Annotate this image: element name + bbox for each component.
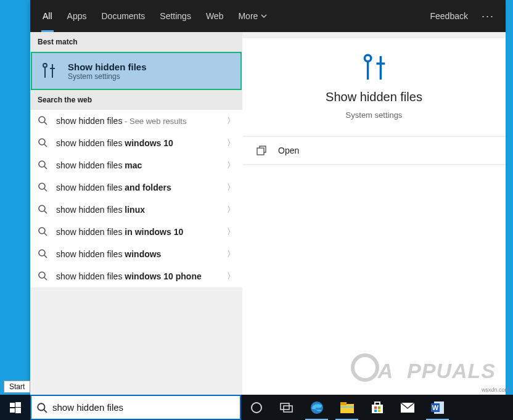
svg-point-33 [252, 403, 261, 413]
open-icon [256, 145, 267, 156]
search-input[interactable] [52, 402, 235, 413]
svg-rect-43 [378, 406, 380, 409]
svg-point-21 [364, 55, 371, 61]
overflow-menu-button[interactable]: ··· [475, 10, 501, 23]
attribution-text: wsxdn.com [482, 387, 509, 393]
svg-point-15 [39, 228, 45, 234]
tab-web[interactable]: Web [199, 0, 231, 32]
svg-rect-30 [15, 408, 21, 413]
web-result[interactable]: show hidden files mac 〉 [30, 154, 242, 176]
detail-subtitle: System settings [346, 110, 403, 120]
section-best-match: Best match [30, 32, 242, 52]
svg-point-19 [39, 272, 45, 278]
open-action[interactable]: Open [242, 137, 506, 164]
best-match-subtitle: System settings [68, 72, 147, 81]
svg-line-32 [44, 410, 47, 413]
results-left-column: Best match Show hidden files System sett… [30, 32, 242, 395]
svg-rect-34 [281, 403, 289, 410]
detail-title: Show hidden files [326, 90, 422, 104]
web-result[interactable]: show hidden files windows 〉 [30, 243, 242, 265]
svg-line-16 [44, 233, 47, 236]
taskbar-app-file-explorer[interactable] [332, 395, 362, 420]
chevron-right-icon: 〉 [227, 204, 235, 215]
svg-rect-35 [284, 406, 292, 412]
taskbar-app-store[interactable] [362, 395, 392, 420]
search-icon [38, 138, 49, 149]
svg-line-18 [44, 255, 47, 258]
taskbar-app-word[interactable]: W [422, 395, 453, 420]
search-icon [38, 182, 49, 193]
chevron-down-icon [261, 13, 267, 19]
feedback-link[interactable]: Feedback [423, 11, 475, 21]
svg-line-20 [44, 278, 47, 280]
taskbar-search-box[interactable] [30, 395, 241, 420]
cortana-icon [250, 401, 263, 414]
search-results-panel: All Apps Documents Settings Web More Fee… [30, 0, 506, 395]
tab-documents[interactable]: Documents [94, 0, 152, 32]
best-match-title: Show hidden files [68, 62, 147, 72]
svg-rect-39 [340, 406, 354, 408]
start-tooltip: Start [4, 381, 30, 393]
web-result[interactable]: show hidden files - See web results 〉 [30, 110, 242, 132]
tab-settings[interactable]: Settings [152, 0, 199, 32]
result-detail-pane: Show hidden files System settings Open [242, 32, 506, 395]
svg-line-6 [44, 122, 47, 125]
tab-apps[interactable]: Apps [60, 0, 94, 32]
web-results-list: show hidden files - See web results 〉 sh… [30, 110, 242, 287]
chevron-right-icon: 〉 [227, 182, 235, 193]
svg-rect-44 [374, 410, 377, 412]
taskbar-app-mail[interactable] [392, 395, 422, 420]
best-match-result[interactable]: Show hidden files System settings [31, 52, 242, 90]
task-view-icon [280, 402, 293, 413]
start-button[interactable] [0, 395, 30, 420]
web-result[interactable]: show hidden files in windows 10 〉 [30, 221, 242, 243]
store-icon [371, 401, 384, 414]
svg-point-5 [39, 117, 45, 123]
search-icon [38, 271, 49, 282]
svg-line-10 [44, 167, 47, 169]
svg-point-9 [39, 161, 45, 167]
chevron-right-icon: 〉 [227, 226, 235, 237]
svg-line-14 [44, 211, 47, 213]
open-label: Open [278, 146, 299, 155]
search-icon [38, 226, 49, 237]
word-icon: W [430, 400, 445, 415]
chevron-right-icon: 〉 [227, 160, 235, 171]
search-icon [38, 249, 49, 260]
svg-rect-29 [10, 408, 15, 413]
taskbar-app-edge[interactable] [302, 395, 332, 420]
svg-rect-37 [340, 404, 354, 413]
svg-point-7 [39, 139, 45, 145]
search-icon [38, 160, 49, 171]
tab-more[interactable]: More [231, 0, 274, 32]
folder-icon [340, 401, 355, 414]
web-result[interactable]: show hidden files windows 10 〉 [30, 132, 242, 154]
windows-logo-icon [10, 402, 21, 413]
taskbar: W [0, 395, 513, 420]
settings-tools-icon [38, 60, 59, 81]
svg-text:W: W [432, 404, 438, 411]
cortana-button[interactable] [241, 395, 271, 420]
edge-icon [310, 400, 324, 415]
svg-rect-38 [340, 402, 347, 405]
search-icon [38, 204, 49, 215]
svg-rect-27 [10, 403, 15, 407]
svg-point-31 [38, 403, 44, 410]
section-search-web: Search the web [30, 90, 242, 110]
svg-line-12 [44, 189, 47, 191]
svg-rect-40 [372, 405, 383, 413]
svg-point-11 [39, 183, 45, 189]
svg-point-13 [39, 205, 45, 212]
tab-all[interactable]: All [35, 0, 60, 32]
web-result[interactable]: show hidden files linux 〉 [30, 199, 242, 221]
chevron-right-icon: 〉 [227, 115, 235, 126]
svg-rect-26 [257, 148, 264, 155]
settings-tools-icon [358, 52, 390, 84]
task-view-button[interactable] [271, 395, 302, 420]
search-icon [38, 115, 49, 126]
svg-point-17 [39, 250, 45, 256]
web-result[interactable]: show hidden files windows 10 phone 〉 [30, 265, 242, 287]
chevron-right-icon: 〉 [227, 249, 235, 260]
web-result[interactable]: show hidden files and folders 〉 [30, 176, 242, 199]
svg-rect-42 [374, 406, 377, 409]
